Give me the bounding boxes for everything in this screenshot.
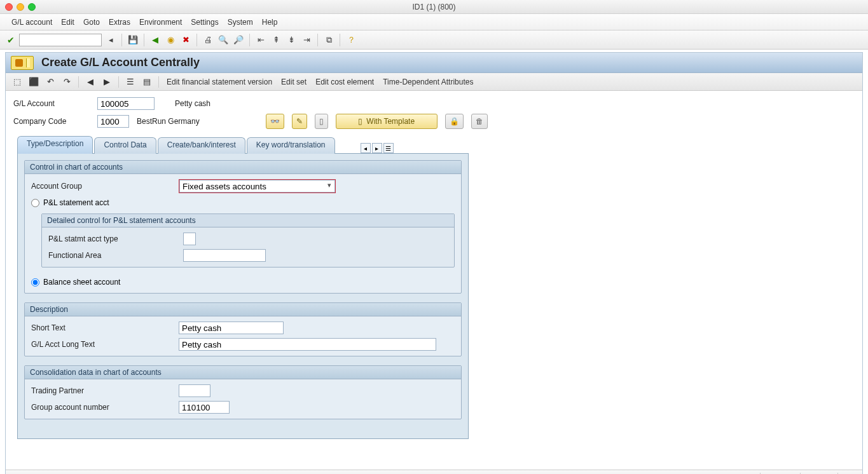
company-code-desc: BestRun Germany (137, 117, 200, 126)
next-page-icon[interactable]: ⇟ (285, 34, 298, 46)
short-text-input[interactable] (179, 322, 284, 334)
first-page-icon[interactable]: ⇤ (254, 34, 267, 46)
with-template-button[interactable]: ▯ With Template (336, 114, 437, 129)
group-description-title: Description (25, 303, 461, 316)
tab-create-bank-interest[interactable]: Create/bank/interest (158, 137, 245, 154)
tab-control-data[interactable]: Control Data (94, 137, 156, 154)
tab-type-description[interactable]: Type/Description (17, 136, 93, 154)
menubar: G/L account Edit Goto Extras Environment… (0, 14, 868, 30)
account-group-select[interactable]: Fixed assets accounts (179, 180, 335, 193)
short-text-label: Short Text (31, 323, 171, 332)
tabstrip: Type/Description Control Data Create/ban… (17, 135, 857, 153)
back-icon[interactable]: ◀ (149, 34, 162, 46)
enter-icon[interactable]: ✔ (5, 34, 17, 46)
menu-goto[interactable]: Goto (83, 18, 100, 27)
pl-statement-label: P&L statement acct (43, 198, 109, 207)
page-title: Create G/L Account Centrally (41, 56, 200, 69)
create-icon[interactable]: ⬚ (11, 76, 24, 88)
functional-area-input (183, 249, 266, 262)
balance-sheet-label: Balance sheet account (43, 278, 120, 287)
next-record-icon[interactable]: ▶ (100, 76, 113, 88)
exit-icon[interactable]: ◉ (164, 34, 177, 46)
dropdown-icon[interactable]: ◂ (104, 34, 117, 46)
edit-button[interactable]: ✎ (292, 114, 307, 129)
long-text-label: G/L Acct Long Text (31, 340, 171, 349)
mac-titlebar: ID1 (1) (800) (0, 0, 868, 14)
find-icon[interactable]: 🔍 (217, 34, 230, 46)
new-session-icon[interactable]: ⧉ (322, 34, 335, 46)
help-icon[interactable]: ？ (345, 34, 357, 46)
group-control-chart: Control in chart of accounts Account Gro… (24, 160, 462, 294)
subgroup-pl-detail-title: Detailed control for P&L statement accou… (42, 214, 454, 227)
tab-key-word-translation[interactable]: Key word/translation (247, 137, 335, 154)
template-icon: ▯ (358, 117, 362, 126)
last-page-icon[interactable]: ⇥ (300, 34, 313, 46)
redo-icon[interactable]: ↷ (60, 76, 73, 88)
lock-button[interactable]: 🔒 (445, 114, 464, 129)
pl-type-input (183, 233, 196, 245)
gl-account-input[interactable] (97, 97, 155, 110)
delete-button[interactable]: 🗑 (471, 114, 488, 129)
long-text-input[interactable] (179, 338, 436, 351)
application-toolbar: ⬚ ⬛ ↶ ↷ ◀ ▶ ☰ ▤ Edit financial statement… (6, 73, 862, 91)
group-account-input[interactable] (179, 401, 230, 414)
account-group-label: Account Group (31, 182, 171, 191)
header-fields: G/L Account Petty cash Company Code Best… (6, 91, 862, 133)
command-field[interactable] (19, 34, 102, 46)
tab-scroll-left-icon[interactable]: ◂ (361, 143, 371, 153)
document-button[interactable]: ▯ (315, 114, 328, 129)
gl-account-desc: Petty cash (175, 99, 210, 108)
trading-partner-input[interactable] (179, 384, 210, 397)
prev-page-icon[interactable]: ⇞ (270, 34, 282, 46)
group-description: Description Short Text G/L Acct Long Tex… (24, 302, 462, 356)
tab-list-icon[interactable]: ☰ (383, 143, 394, 153)
menu-settings[interactable]: Settings (191, 18, 218, 27)
find-next-icon[interactable]: 🔎 (232, 34, 245, 46)
edit-fsv-link[interactable]: Edit financial statement version (164, 76, 275, 88)
transaction-area: Create G/L Account Centrally ⬚ ⬛ ↶ ↷ ◀ ▶… (5, 52, 863, 474)
menu-extras[interactable]: Extras (109, 18, 130, 27)
menu-gl-account[interactable]: G/L account (11, 18, 52, 27)
list-icon[interactable]: ▤ (141, 76, 153, 88)
window-title: ID1 (1) (800) (0, 3, 868, 11)
tab-panel: Control in chart of accounts Account Gro… (17, 153, 469, 439)
print-icon[interactable]: 🖨 (202, 34, 214, 46)
undo-icon[interactable]: ↶ (44, 76, 57, 88)
transaction-badge-icon (11, 56, 34, 70)
company-code-input[interactable] (97, 115, 129, 128)
standard-toolbar: ✔ ◂ 💾 ◀ ◉ ✖ 🖨 🔍 🔎 ⇤ ⇞ ⇟ ⇥ ⧉ ？ (0, 30, 868, 50)
pl-statement-radio[interactable] (31, 199, 39, 207)
tab-scroll-right-icon[interactable]: ▸ (372, 143, 382, 153)
menu-help[interactable]: Help (262, 18, 278, 27)
gl-account-label: G/L Account (13, 99, 90, 108)
with-template-label: With Template (366, 117, 415, 126)
subgroup-pl-detail: Detailed control for P&L statement accou… (41, 213, 455, 267)
change-icon[interactable]: ⬛ (27, 76, 40, 88)
pl-type-label: P&L statmt acct type (48, 234, 176, 243)
balance-sheet-radio[interactable] (31, 278, 39, 287)
menu-system[interactable]: System (228, 18, 253, 27)
edit-set-link[interactable]: Edit set (279, 76, 309, 88)
menu-edit[interactable]: Edit (61, 18, 74, 27)
trading-partner-label: Trading Partner (31, 386, 171, 395)
transaction-title-bar: Create G/L Account Centrally (6, 53, 862, 73)
time-dependent-link[interactable]: Time-Dependent Attributes (380, 76, 476, 88)
statusbar: SAP ▷ FS00 ▾ ttcsides INS (6, 470, 862, 474)
cancel-icon[interactable]: ✖ (179, 34, 192, 46)
group-consolidation-title: Consolidation data in chart of accounts (25, 366, 461, 379)
edit-cost-element-link[interactable]: Edit cost element (313, 76, 376, 88)
group-account-label: Group account number (31, 403, 171, 412)
display-button[interactable]: 👓 (266, 114, 284, 129)
functional-area-label: Functional Area (48, 251, 176, 260)
hierarchy-icon[interactable]: ☰ (124, 76, 137, 88)
prev-record-icon[interactable]: ◀ (84, 76, 97, 88)
save-icon[interactable]: 💾 (127, 34, 139, 46)
menu-environment[interactable]: Environment (139, 18, 182, 27)
group-consolidation: Consolidation data in chart of accounts … (24, 365, 462, 419)
group-control-chart-title: Control in chart of accounts (25, 161, 461, 174)
company-code-label: Company Code (13, 117, 90, 126)
